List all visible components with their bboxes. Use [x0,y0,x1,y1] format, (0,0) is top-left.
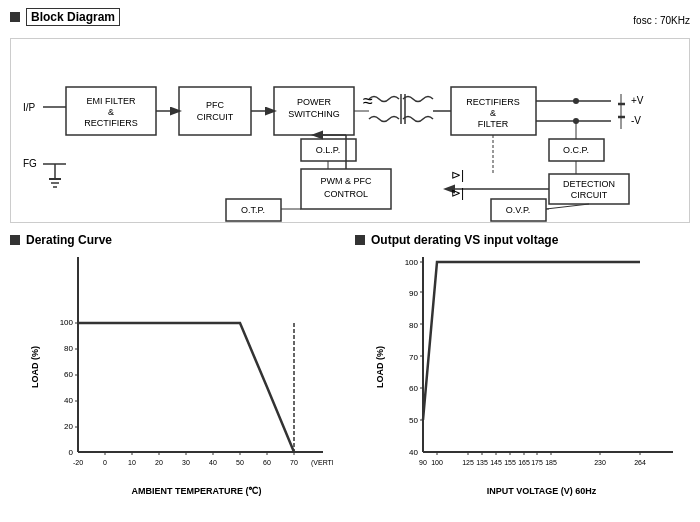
svg-text:165: 165 [518,459,530,466]
svg-text:145: 145 [490,459,502,466]
svg-text:0: 0 [69,448,74,457]
svg-text:RECTIFIERS: RECTIFIERS [84,118,138,128]
svg-text:CIRCUIT: CIRCUIT [571,190,608,200]
svg-text:I/P: I/P [23,102,36,113]
block-diagram-svg: I/P FG EMI FILTER & RECTIFIERS PFC CIRCU… [11,39,691,222]
svg-text:264: 264 [634,459,646,466]
output-chart-svg: 40 50 60 70 80 90 100 [393,252,683,482]
svg-text:90: 90 [419,459,427,466]
output-derating-section: Output derating VS input voltage LOAD (%… [355,233,690,522]
svg-point-33 [573,98,579,104]
svg-text:-V: -V [631,115,641,126]
svg-text:20: 20 [64,422,73,431]
svg-text:125: 125 [462,459,474,466]
svg-text:O.V.P.: O.V.P. [506,205,531,215]
output-y-label: LOAD (%) [375,346,385,388]
svg-text:40: 40 [209,459,217,466]
output-square-icon [355,235,365,245]
svg-text:70: 70 [409,353,418,362]
svg-text:-20: -20 [73,459,83,466]
svg-text:100: 100 [60,318,74,327]
svg-text:+V: +V [631,95,644,106]
svg-text:80: 80 [409,321,418,330]
svg-text:&: & [108,107,114,117]
svg-text:20: 20 [155,459,163,466]
fosc-label: fosc : 70KHz [120,15,690,26]
svg-rect-13 [179,87,251,135]
svg-text:PFC: PFC [206,100,225,110]
svg-text:0: 0 [103,459,107,466]
svg-text:60: 60 [263,459,271,466]
derating-y-label: LOAD (%) [30,346,40,388]
svg-text:FILTER: FILTER [478,119,509,129]
title-square-icon [10,12,20,22]
svg-text:60: 60 [64,370,73,379]
svg-text:CONTROL: CONTROL [324,189,368,199]
svg-text:60: 60 [409,384,418,393]
svg-text:EMI FILTER: EMI FILTER [87,96,136,106]
svg-text:100: 100 [431,459,443,466]
svg-text:⊳|: ⊳| [451,186,464,200]
svg-text:O.L.P.: O.L.P. [316,145,340,155]
svg-text:70: 70 [290,459,298,466]
svg-text:100: 100 [405,258,419,267]
svg-text:50: 50 [409,416,418,425]
derating-curve-title: Derating Curve [10,233,345,247]
svg-text:40: 40 [64,396,73,405]
svg-text:FG: FG [23,158,37,169]
svg-text:185: 185 [545,459,557,466]
svg-text:(VERTICAL): (VERTICAL) [311,459,333,467]
svg-text:155: 155 [504,459,516,466]
output-x-label: INPUT VOLTAGE (V) 60Hz [393,486,690,496]
svg-text:⊳|: ⊳| [451,168,464,182]
svg-text:&: & [490,108,496,118]
svg-text:90: 90 [409,289,418,298]
derating-curve-section: Derating Curve LOAD (%) 0 20 40 60 80 10… [10,233,345,522]
svg-text:O.T.P.: O.T.P. [241,205,265,215]
derating-chart-svg: 0 20 40 60 80 100 -20 0 [48,252,333,482]
svg-text:POWER: POWER [297,97,332,107]
block-diagram-area: I/P FG EMI FILTER & RECTIFIERS PFC CIRCU… [10,38,690,223]
svg-text:50: 50 [236,459,244,466]
block-diagram-title: Block Diagram [10,8,120,26]
svg-text:DETECTION: DETECTION [563,179,615,189]
svg-text:175: 175 [531,459,543,466]
svg-text:30: 30 [182,459,190,466]
svg-text:230: 230 [594,459,606,466]
derating-x-label: AMBIENT TEMPERATURE (℃) [48,486,345,496]
svg-text:10: 10 [128,459,136,466]
svg-text:O.C.P.: O.C.P. [563,145,589,155]
page: Block Diagram fosc : 70KHz I/P FG EMI FI… [0,0,700,522]
svg-text:SWITCHING: SWITCHING [288,109,340,119]
derating-square-icon [10,235,20,245]
svg-text:PWM & PFC: PWM & PFC [321,176,372,186]
svg-text:≈: ≈ [363,91,373,111]
svg-text:CIRCUIT: CIRCUIT [197,112,234,122]
svg-text:40: 40 [409,448,418,457]
svg-text:RECTIFIERS: RECTIFIERS [466,97,520,107]
svg-text:80: 80 [64,344,73,353]
svg-text:135: 135 [476,459,488,466]
output-derating-title: Output derating VS input voltage [355,233,690,247]
bottom-sections: Derating Curve LOAD (%) 0 20 40 60 80 10… [10,233,690,522]
